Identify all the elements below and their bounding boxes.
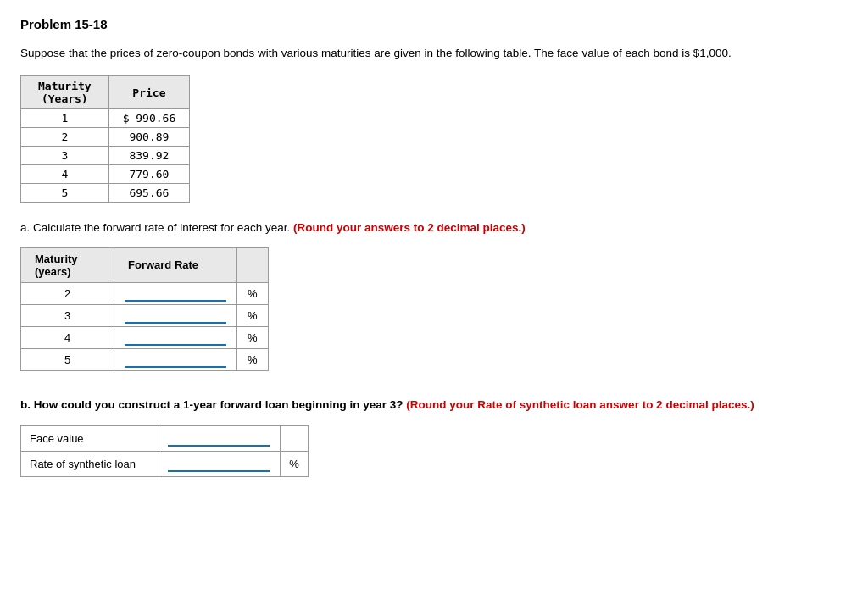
synthetic-rate-input[interactable] — [168, 456, 270, 472]
section-b: b. How could you construct a 1-year forw… — [20, 397, 848, 477]
forward-rate-input-cell — [114, 348, 237, 370]
forward-rate-pct: % — [237, 304, 269, 326]
face-value-label: Face value — [21, 425, 159, 451]
forward-rate-pct: % — [237, 282, 269, 304]
maturity-cell: 5 — [21, 184, 109, 203]
face-value-input-cell — [159, 425, 280, 451]
problem-title: Problem 15-18 — [20, 17, 848, 31]
price-table-header-maturity: Maturity(Years) — [21, 76, 109, 109]
synthetic-loan-row: Face value — [21, 425, 309, 451]
forward-table-header-rate: Forward Rate — [114, 247, 237, 282]
synthetic-rate-label: Rate of synthetic loan — [21, 451, 159, 476]
section-b-label: b. How could you construct a 1-year forw… — [20, 397, 848, 414]
forward-rate-table: Maturity (years) Forward Rate 2 % 3 % 4 … — [20, 247, 269, 371]
synthetic-rate-unit: % — [280, 451, 308, 476]
price-cell: 900.89 — [108, 128, 190, 147]
price-cell: 695.66 — [108, 184, 190, 203]
section-a-label-normal: a. Calculate the forward rate of interes… — [20, 221, 290, 234]
forward-rate-pct: % — [237, 348, 269, 370]
price-table-row: 5 695.66 — [21, 184, 190, 203]
price-table: Maturity(Years) Price 1 $ 990.66 2 900.8… — [20, 75, 190, 203]
synthetic-rate-input-cell — [159, 451, 280, 476]
forward-rate-row: 3 % — [21, 304, 269, 326]
section-b-label-red: (Round your Rate of synthetic loan answe… — [406, 398, 754, 411]
price-cell: 779.60 — [108, 165, 190, 184]
forward-rate-input[interactable] — [125, 308, 226, 324]
synthetic-loan-row: Rate of synthetic loan % — [21, 451, 309, 476]
price-table-row: 2 900.89 — [21, 128, 190, 147]
forward-rate-input[interactable] — [125, 286, 226, 302]
forward-maturity-cell: 4 — [21, 326, 114, 348]
face-value-input[interactable] — [168, 431, 270, 447]
forward-table-header-maturity: Maturity (years) — [21, 247, 114, 282]
price-table-header-price: Price — [108, 76, 190, 109]
maturity-cell: 2 — [21, 128, 109, 147]
maturity-cell: 1 — [21, 109, 109, 128]
forward-maturity-cell: 2 — [21, 282, 114, 304]
synthetic-loan-table: Face value Rate of synthetic loan % — [20, 425, 309, 477]
forward-rate-input[interactable] — [125, 352, 226, 368]
maturity-cell: 3 — [21, 147, 109, 165]
forward-rate-input[interactable] — [125, 330, 226, 346]
face-value-unit — [280, 425, 308, 451]
section-a-label-red: (Round your answers to 2 decimal places.… — [293, 221, 526, 234]
price-cell: $ 990.66 — [108, 109, 190, 128]
intro-text: Suppose that the prices of zero-coupon b… — [20, 45, 848, 62]
section-a-label: a. Calculate the forward rate of interes… — [20, 219, 848, 236]
forward-maturity-cell: 3 — [21, 304, 114, 326]
forward-rate-row: 2 % — [21, 282, 269, 304]
forward-rate-input-cell — [114, 282, 237, 304]
forward-rate-pct: % — [237, 326, 269, 348]
forward-maturity-cell: 5 — [21, 348, 114, 370]
forward-rate-input-cell — [114, 304, 237, 326]
price-table-row: 1 $ 990.66 — [21, 109, 190, 128]
section-b-label-bold: b. How could you construct a 1-year forw… — [20, 398, 403, 411]
price-table-row: 3 839.92 — [21, 147, 190, 165]
price-table-row: 4 779.60 — [21, 165, 190, 184]
price-cell: 839.92 — [108, 147, 190, 165]
maturity-cell: 4 — [21, 165, 109, 184]
forward-rate-row: 4 % — [21, 326, 269, 348]
forward-rate-input-cell — [114, 326, 237, 348]
forward-rate-row: 5 % — [21, 348, 269, 370]
